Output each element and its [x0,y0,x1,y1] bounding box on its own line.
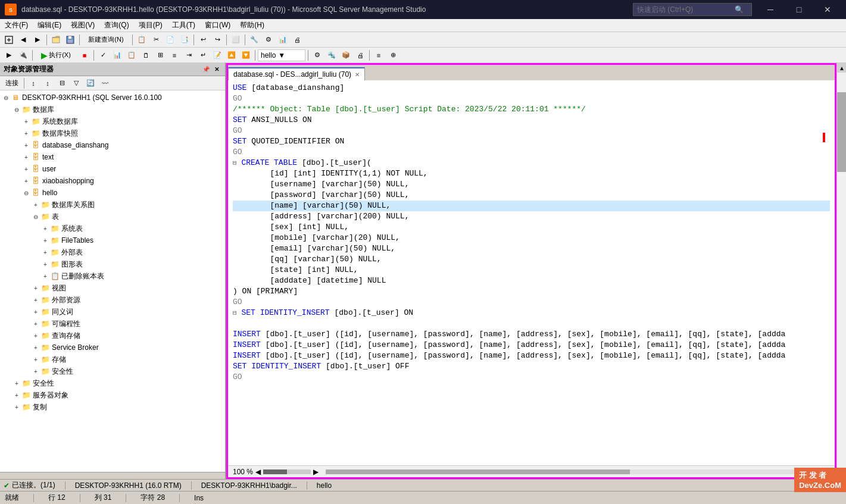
debug-btn[interactable]: ▶ [2,49,15,62]
open-file-btn[interactable] [49,33,63,46]
oe-btn-3[interactable]: ⊟ [55,77,68,90]
expand-service-broker[interactable]: + [31,343,40,352]
expand-xiaobai[interactable]: + [21,176,31,186]
new-query-btn[interactable]: 新建查询(N) [82,33,130,46]
expand-ext-resources[interactable]: + [31,295,40,305]
menu-file[interactable]: 文件(F) [0,19,33,32]
expand-replication[interactable]: + [12,402,21,412]
scroll-thumb[interactable] [837,92,846,171]
toolbar2-btn-2[interactable]: 📋 [125,49,138,62]
database-dropdown[interactable]: hello ▼ [258,49,305,61]
execute-btn[interactable]: ▶ 执行(X) [35,49,77,62]
toolbar-btn-9[interactable]: ⚙ [262,33,275,46]
toolbar2-btn-16[interactable]: ⊕ [386,49,399,62]
quick-search-box[interactable]: 🔍 [633,3,752,16]
tree-item-replication[interactable]: + 📁 复制 [0,401,225,413]
toolbar2-btn-5[interactable]: ≡ [168,49,181,62]
toolbar-btn-6[interactable]: ↪ [211,33,224,46]
toolbar-btn-7[interactable]: ⬜ [229,33,242,46]
expand-storage[interactable]: + [31,355,40,364]
toolbar2-btn-14[interactable]: 🖨 [354,49,367,62]
oe-refresh-btn[interactable]: 🔄 [84,77,97,90]
tree-item-ext-resources[interactable]: + 📁 外部资源 [0,294,225,306]
expand-hello[interactable]: ⊖ [21,188,31,198]
expand-graph-tables[interactable]: + [40,259,50,269]
expand-external-tables[interactable]: + [40,248,50,257]
toolbar-btn-8[interactable]: 🔧 [248,33,261,46]
tree-item-service-broker[interactable]: + 📁 Service Broker [0,342,225,353]
code-editor[interactable]: USE [database_dianshang] GO /****** Obje… [228,80,835,465]
oe-close-btn[interactable]: ✕ [212,65,221,74]
vertical-scrollbar[interactable]: ▲ ▼ [836,63,846,479]
toolbar2-btn-7[interactable]: ↵ [196,49,210,62]
expand-sysdb[interactable]: + [21,117,31,126]
save-btn[interactable] [64,33,77,46]
expand-programmability[interactable]: + [31,319,40,328]
fwd-btn[interactable]: ▶ [31,33,44,46]
maximize-button[interactable]: □ [785,0,813,19]
connect-btn[interactable]: 🔌 [17,49,30,62]
scroll-up-btn[interactable]: ▲ [837,63,846,73]
toolbar2-btn-3[interactable]: 🗒 [139,49,152,62]
expand-minus-2[interactable]: ⊟ [233,308,237,318]
toolbar-btn-3[interactable]: 📄 [164,33,177,46]
back-btn[interactable]: ◀ [17,33,30,46]
tree-item-security-hello[interactable]: + 📁 安全性 [0,365,225,377]
toolbar2-btn-13[interactable]: 📦 [339,49,352,62]
quick-search-input[interactable] [637,5,732,14]
expand-databases[interactable]: ⊖ [12,105,21,114]
tree-item-storage[interactable]: + 📁 存储 [0,353,225,365]
tree-item-graph-tables[interactable]: + 📁 图形表 [0,258,225,270]
expand-minus-1[interactable]: ⊟ [233,158,237,168]
toolbar2-btn-11[interactable]: ⚙ [311,49,324,62]
toolbar-btn-4[interactable]: 📑 [178,33,191,46]
tree-item-deleted-ledger[interactable]: + 📋 已删除账本表 [0,270,225,282]
toolbar2-btn-6[interactable]: ⇥ [182,49,195,62]
tree-item-synonyms[interactable]: + 📁 同义词 [0,306,225,318]
tree-item-db-user[interactable]: + 🗄 user [0,163,225,175]
close-button[interactable]: ✕ [814,0,841,19]
toolbar-btn-1[interactable]: 📋 [135,33,148,46]
zoom-decrease-btn[interactable]: ◀ [255,468,261,476]
expand-security-hello[interactable]: + [31,367,40,376]
minimize-button[interactable]: ─ [757,0,784,19]
parse-btn[interactable]: ✓ [96,49,110,62]
menu-help[interactable]: 帮助(H) [235,19,269,32]
tree-item-external-tables[interactable]: + 📁 外部表 [0,246,225,258]
horizontal-scrollbar[interactable] [326,469,832,474]
toolbar2-btn-15[interactable]: ≡ [372,49,385,62]
oe-scrollbar[interactable] [0,472,225,479]
expand-snapshots[interactable]: + [21,129,31,138]
editor-tab-main[interactable]: database.sql - DES...adgirl_liuliu (70) … [228,67,365,80]
oe-btn-1[interactable]: ↕ [27,77,40,90]
tree-item-security-server[interactable]: + 📁 安全性 [0,377,225,389]
oe-btn-4[interactable]: ▽ [70,77,83,90]
expand-security-server[interactable]: + [12,378,21,388]
expand-dianshang[interactable]: + [21,140,31,150]
toolbar-btn-11[interactable]: 🖨 [291,33,304,46]
expand-query-store[interactable]: + [31,331,40,340]
new-conn-btn[interactable] [2,33,15,46]
toolbar-btn-2[interactable]: ✂ [149,33,163,46]
expand-filetables[interactable]: + [40,236,50,245]
toolbar-btn-10[interactable]: 📊 [276,33,289,46]
expand-server[interactable]: ⊖ [1,93,11,102]
expand-diagrams[interactable]: + [31,200,40,209]
toolbar-btn-5[interactable]: ↩ [196,33,210,46]
menu-project[interactable]: 项目(P) [134,19,167,32]
tree-item-server[interactable]: ⊖ 🖥 DESKTOP-93KRHH1 (SQL Server 16.0.100 [0,92,225,104]
toolbar2-btn-4[interactable]: ⊞ [154,49,167,62]
tree-item-views[interactable]: + 📁 视图 [0,282,225,294]
tree-item-databases[interactable]: ⊖ 📁 数据库 [0,104,225,115]
toolbar2-btn-9[interactable]: 🔼 [225,49,238,62]
menu-tools[interactable]: 工具(T) [167,19,200,32]
tree-item-snapshots[interactable]: + 📁 数据库快照 [0,127,225,139]
menu-edit[interactable]: 编辑(E) [33,19,66,32]
menu-window[interactable]: 窗口(W) [200,19,235,32]
zoom-bar[interactable] [263,469,311,474]
tree-item-sysdb[interactable]: + 📁 系统数据库 [0,115,225,127]
menu-query[interactable]: 查询(Q) [99,19,133,32]
oe-filter-btn[interactable]: 〰 [98,77,111,90]
stop-btn[interactable]: ■ [78,49,91,62]
tree-item-db-hello[interactable]: ⊖ 🗄 hello [0,187,225,199]
